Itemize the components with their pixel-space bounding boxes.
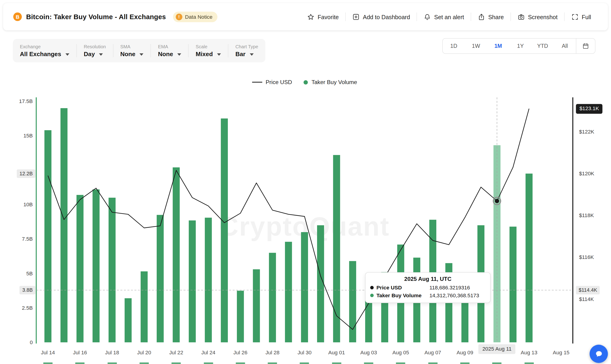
time-range-selector: 1D1W1M1YYTDAll xyxy=(442,38,596,53)
sma-dropdown[interactable]: SMA None xyxy=(113,44,150,57)
left-axis-tick-label: 17.5B xyxy=(19,98,33,104)
chevron-down-icon xyxy=(66,53,69,55)
volume-bar[interactable] xyxy=(526,174,532,342)
left-axis-tick-label: 7.5B xyxy=(22,236,33,242)
chevron-down-icon xyxy=(217,53,221,55)
volume-bar[interactable] xyxy=(77,195,83,342)
calendar-button[interactable] xyxy=(576,39,595,53)
x-axis-tick-label: Jul 20 xyxy=(137,350,151,355)
volume-bar[interactable] xyxy=(333,155,340,342)
navigator-bar xyxy=(172,363,181,364)
legend-price-label: Price USD xyxy=(266,79,292,85)
expand-icon xyxy=(571,13,579,20)
set-alert-label: Set an alert xyxy=(434,13,464,20)
volume-bar[interactable] xyxy=(61,108,67,342)
date-crosshair-badge: 2025 Aug 11 xyxy=(478,344,516,354)
volume-bar[interactable] xyxy=(157,215,164,342)
tooltip-date: 2025 Aug 11 xyxy=(404,276,437,282)
volume-bar[interactable] xyxy=(189,220,196,342)
star-icon xyxy=(307,13,315,20)
x-axis-tick-label: Jul 18 xyxy=(105,350,119,355)
ema-dropdown-label: EMA xyxy=(158,44,181,50)
navigator-bar xyxy=(140,363,149,364)
line-sample-icon xyxy=(252,82,262,82)
x-axis-tick-label: Aug 07 xyxy=(425,350,441,355)
scale-dropdown-label: Scale xyxy=(196,44,221,50)
share-button[interactable]: Share xyxy=(471,13,510,20)
navigator-bar xyxy=(492,363,502,364)
volume-bar[interactable] xyxy=(93,189,99,342)
x-axis-tick-label: Aug 01 xyxy=(328,350,345,355)
tooltip-title: 2025 Aug 11, UTC xyxy=(370,276,486,282)
chart-navigator[interactable] xyxy=(0,362,611,364)
full-screen-label: Full xyxy=(582,13,591,20)
x-axis-tick-label: Aug 03 xyxy=(360,350,377,355)
volume-bar[interactable] xyxy=(173,168,180,342)
warning-icon: ! xyxy=(176,13,182,20)
navigator-bar xyxy=(396,363,405,364)
legend-volume-label: Taker Buy Volume xyxy=(311,79,357,85)
resolution-dropdown[interactable]: Resolution Day xyxy=(77,44,113,57)
calendar-icon xyxy=(582,42,589,50)
data-notice-badge[interactable]: ! Data Notice xyxy=(173,12,217,22)
volume-bar[interactable] xyxy=(141,271,148,342)
range-button-all[interactable]: All xyxy=(554,39,576,53)
legend-item-volume[interactable]: Taker Buy Volume xyxy=(304,79,357,85)
right-axis-tick-label: $120K xyxy=(579,170,594,176)
volume-bar[interactable] xyxy=(285,242,292,342)
favorite-button[interactable]: Favorite xyxy=(300,13,345,20)
navigator-bar xyxy=(332,363,341,364)
ema-dropdown[interactable]: EMA None xyxy=(151,44,188,57)
chart-tooltip: 2025 Aug 11, UTC Price USD 118,686.32193… xyxy=(365,272,491,303)
chat-icon xyxy=(594,349,603,358)
right-axis-tick-label: $118K xyxy=(579,212,594,218)
volume-bar[interactable] xyxy=(109,198,116,342)
exchange-dropdown-value: All Exchanges xyxy=(20,50,61,57)
price-crosshair-badge: $114.4K xyxy=(576,286,600,295)
ema-dropdown-value: None xyxy=(158,50,173,57)
header: B Bitcoin: Taker Buy Volume - All Exchan… xyxy=(3,3,608,30)
chart-type-dropdown[interactable]: Chart Type Bar xyxy=(228,44,265,57)
range-button-1w[interactable]: 1W xyxy=(465,39,487,53)
range-button-1y[interactable]: 1Y xyxy=(509,39,531,53)
data-notice-label: Data Notice xyxy=(185,14,212,20)
set-alert-button[interactable]: Set an alert xyxy=(417,13,471,20)
tooltip-volume-row: Taker Buy Volume 14,312,760,368.5173 xyxy=(370,291,486,299)
add-to-dashboard-button[interactable]: Add to Dashboard xyxy=(346,13,417,20)
volume-bar[interactable] xyxy=(44,130,51,342)
volume-bar[interactable] xyxy=(317,225,324,342)
tooltip-price-label: Price USD xyxy=(376,284,402,291)
favorite-label: Favorite xyxy=(318,13,339,20)
range-button-1d[interactable]: 1D xyxy=(443,39,465,53)
range-button-ytd[interactable]: YTD xyxy=(531,39,554,53)
legend-item-price[interactable]: Price USD xyxy=(252,79,292,85)
volume-bar[interactable] xyxy=(237,291,244,342)
full-screen-button[interactable]: Full xyxy=(565,13,598,20)
volume-bar[interactable] xyxy=(221,118,228,342)
volume-bar[interactable] xyxy=(253,269,260,342)
x-axis-tick-label: Aug 05 xyxy=(392,350,409,355)
volume-dot-icon xyxy=(370,294,374,297)
price-dot-icon xyxy=(370,286,374,289)
volume-bar[interactable] xyxy=(349,261,356,342)
screenshot-button[interactable]: Screenshot xyxy=(511,13,564,20)
navigator-bar xyxy=(524,363,534,364)
range-button-1m[interactable]: 1M xyxy=(487,39,509,53)
volume-bar[interactable] xyxy=(205,218,212,342)
share-label: Share xyxy=(488,13,504,20)
tooltip-volume-label: Taker Buy Volume xyxy=(376,291,422,299)
x-axis-tick-label: Aug 09 xyxy=(457,350,473,355)
volume-bar[interactable] xyxy=(301,232,308,342)
volume-bar[interactable] xyxy=(125,298,132,342)
add-to-dashboard-label: Add to Dashboard xyxy=(363,13,410,20)
dashboard-add-icon xyxy=(352,13,360,20)
resolution-dropdown-value: Day xyxy=(84,50,95,57)
right-axis-tick-label: $114K xyxy=(579,296,594,302)
chevron-down-icon xyxy=(99,53,103,55)
volume-bar[interactable] xyxy=(269,253,276,342)
chat-button[interactable] xyxy=(589,345,608,363)
scale-dropdown-value: Mixed xyxy=(196,50,213,57)
scale-dropdown[interactable]: Scale Mixed xyxy=(188,44,228,57)
volume-bar[interactable] xyxy=(510,227,517,342)
exchange-dropdown[interactable]: Exchange All Exchanges xyxy=(13,44,77,57)
